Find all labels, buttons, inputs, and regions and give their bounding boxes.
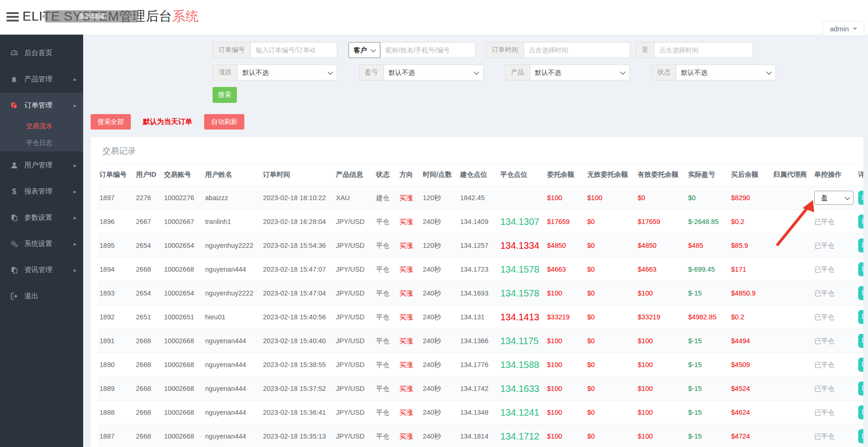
table-row: 1897227610002276abaizzz2023-02-18 18:10:… (98, 186, 863, 210)
column-header-name: 用户姓名 (203, 164, 261, 186)
search-button[interactable]: 搜索 (213, 87, 237, 103)
filter-order-time-end: 至 (636, 42, 753, 58)
sidebar-item-dashboard[interactable]: 后台首页 (0, 40, 83, 65)
sidebar-toggle-button[interactable] (7, 12, 19, 22)
sidebar-item-orders[interactable]: 订单管理▸ (0, 93, 83, 118)
cell-user_id: 2651 (134, 305, 162, 329)
sidebar-item-reports[interactable]: $报表管理▸ (0, 179, 83, 204)
order-no-input[interactable] (250, 42, 337, 58)
detail-button[interactable] (858, 310, 863, 324)
sidebar-item-params[interactable]: 参数设置▸ (0, 205, 83, 230)
cell-detail (856, 258, 863, 281)
cell-control: 已平仓 (812, 401, 856, 425)
cell-status: 平仓 (374, 377, 398, 401)
cell-order_no: 1895 (98, 234, 134, 258)
sidebar-subitem-平仓日志[interactable]: 平仓日志 (0, 135, 83, 151)
cell-invalid_entrust: $0 (585, 329, 636, 353)
cell-valid_entrust: $4850 (636, 234, 686, 258)
sidebar-item-news[interactable]: 资讯管理▸ (0, 257, 83, 282)
sidebar-group-dashboard: 后台首页 (0, 40, 83, 65)
status-select[interactable]: 默认不选 (676, 65, 776, 80)
cell-agent (771, 305, 812, 329)
sidebar-item-logout[interactable]: 退出 (0, 283, 83, 309)
cell-direction: 买涨 (398, 425, 421, 447)
dollar-icon: $ (10, 187, 19, 195)
column-header-balance: 买后余额 (729, 164, 771, 186)
order-time-end-input[interactable] (654, 42, 753, 58)
column-header-pnl: 实际盈亏 (686, 164, 729, 186)
detail-button[interactable] (858, 382, 863, 396)
cell-order_no: 1888 (98, 401, 134, 425)
detail-button[interactable] (858, 262, 863, 276)
filter-updown: 涨跌 默认不选 (213, 65, 337, 80)
column-header-status: 状态 (374, 164, 398, 186)
sidebar: 后台首页฿产品管理▸订单管理▸交易流水平仓日志用户管理▸$报表管理▸参数设置▸系… (0, 35, 83, 447)
profit-select[interactable]: 默认不选 (384, 65, 484, 80)
sidebar-item-products[interactable]: ฿产品管理▸ (0, 66, 83, 92)
product-select[interactable]: 默认不选 (530, 65, 630, 80)
cell-name: nguyenhuy2222 (203, 281, 261, 305)
cell-entrust: $4850 (545, 234, 585, 258)
closed-status-label: 已平仓 (814, 266, 835, 273)
cell-balance: $171 (729, 258, 771, 281)
cell-agent (771, 329, 812, 353)
cell-pnl: $-15 (686, 353, 729, 377)
sidebar-group-users: 用户管理▸ (0, 152, 83, 178)
auto-refresh-button[interactable]: 自动刷新 (204, 114, 244, 130)
cell-open_price: 134.1257 (458, 234, 498, 258)
search-all-button[interactable]: 搜索全部 (91, 114, 131, 130)
cell-valid_entrust: $17659 (636, 210, 686, 234)
cell-user_id: 2668 (134, 425, 162, 447)
cell-name: nguyenan444 (203, 425, 261, 447)
cell-pnl: $4982.85 (686, 305, 729, 329)
column-header-agent: 归属代理商 (771, 164, 812, 186)
cell-order_no: 1887 (98, 425, 134, 447)
cell-balance: $8290 (729, 186, 771, 210)
cell-open_price: 134.1814 (458, 425, 498, 447)
cell-order_no: 1897 (98, 186, 134, 210)
cell-entrust: $100 (545, 353, 585, 377)
cell-detail (856, 210, 863, 234)
cell-valid_entrust: $100 (636, 281, 686, 305)
cell-name: nguyenan444 (203, 401, 261, 425)
customer-input[interactable] (380, 42, 476, 58)
cell-time: 2023-02-18 15:54:36 (261, 234, 334, 258)
cell-account: 10002651 (162, 305, 203, 329)
column-header-close_price: 平仓点位 (498, 164, 545, 186)
trade-table: 订单编号用户ID交易账号用户姓名订单时间产品信息状态方向时间/点数建仓点位平仓点… (98, 164, 863, 447)
cell-product: JPY/USD (334, 377, 374, 401)
sidebar-item-system[interactable]: 系统设置▸ (0, 231, 83, 256)
gears-icon (10, 240, 19, 248)
order-time-start-input[interactable] (524, 42, 630, 58)
cell-user_id: 2276 (134, 186, 162, 210)
detail-button[interactable] (858, 286, 863, 300)
filter-updown-label: 涨跌 (213, 65, 237, 80)
cell-invalid_entrust: $0 (585, 305, 636, 329)
cell-direction: 买涨 (398, 401, 421, 425)
win-loss-control-select[interactable]: 盈 (814, 191, 854, 205)
detail-button[interactable] (858, 238, 863, 252)
column-header-invalid_entrust: 无效委托余额 (585, 164, 636, 186)
sidebar-subitem-交易流水[interactable]: 交易流水 (0, 118, 83, 135)
detail-button[interactable] (858, 215, 863, 229)
cell-status: 平仓 (374, 258, 398, 281)
cell-pnl: $-699.45 (686, 258, 729, 281)
detail-button[interactable] (858, 334, 863, 348)
sidebar-item-users[interactable]: 用户管理▸ (0, 152, 83, 178)
cell-agent (771, 281, 812, 305)
cell-time: 2023-02-18 16:28:04 (261, 210, 334, 234)
detail-button[interactable] (858, 429, 863, 443)
closed-status-label: 已平仓 (814, 218, 835, 225)
trade-records-panel: 交易记录 订单编号用户ID交易账号用户姓名订单时间产品信息状态方向时间/点数建仓… (91, 137, 863, 447)
cell-balance: $4509 (729, 353, 771, 377)
updown-select[interactable]: 默认不选 (237, 65, 337, 80)
customer-type-select[interactable]: 客户 (349, 42, 380, 58)
cell-close_price: 134.1712 (498, 425, 545, 447)
table-row: 1888266810002668nguyenan4442023-02-18 15… (98, 401, 863, 425)
detail-button[interactable] (858, 405, 863, 419)
detail-button[interactable] (858, 191, 863, 205)
user-menu[interactable]: admin (823, 21, 864, 36)
cell-name: nguyenan444 (203, 258, 261, 281)
detail-button[interactable] (858, 358, 863, 372)
cell-detail (856, 305, 863, 329)
